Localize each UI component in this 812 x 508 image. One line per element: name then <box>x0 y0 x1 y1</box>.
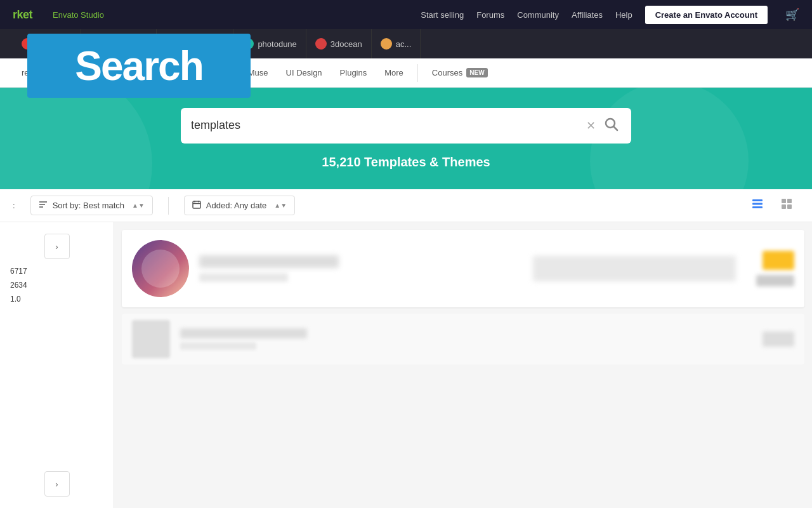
svg-rect-13 <box>787 199 792 203</box>
result-subtitle-2 <box>180 342 256 350</box>
cat-more[interactable]: More <box>376 58 412 87</box>
stat-2-count: 2634 <box>10 281 27 290</box>
sidebar-chevron-down[interactable]: › <box>44 471 70 497</box>
result-title-2 <box>180 328 307 338</box>
sidebar-stat-3: 1.0 <box>0 292 114 306</box>
svg-line-1 <box>614 127 617 130</box>
search-box-wrap: ✕ <box>181 108 631 144</box>
result-meta <box>533 256 736 281</box>
svg-rect-9 <box>752 199 763 201</box>
stat-1-count: 6717 <box>10 267 27 276</box>
sort-label: Sort by: Best match <box>53 201 124 210</box>
new-badge: NEW <box>466 68 487 77</box>
affiliates-link[interactable]: Affiliates <box>572 10 603 20</box>
date-arrows-icon: ▲▼ <box>274 202 287 209</box>
result-info <box>199 255 523 282</box>
result-thumbnail <box>132 240 189 297</box>
nav-separator <box>417 64 418 82</box>
sidebar-chevron-up[interactable]: › <box>44 234 70 259</box>
result-actions <box>756 251 794 286</box>
3docean-label: 3docean <box>331 39 362 49</box>
result-price-2 <box>763 331 794 347</box>
result-thumbnail-2 <box>132 320 170 358</box>
ac-label: ac... <box>396 39 412 49</box>
help-link[interactable]: Help <box>615 10 632 20</box>
date-dropdown[interactable]: Added: Any date ▲▼ <box>184 196 295 215</box>
search-tooltip: Search <box>27 34 251 98</box>
grid-view-icon <box>780 197 793 210</box>
result-price <box>763 251 794 270</box>
cat-uidesign[interactable]: UI Design <box>277 58 331 87</box>
search-button[interactable] <box>601 116 621 135</box>
sidebar-stat-1: 6717 <box>0 264 114 278</box>
marketplace-ac[interactable]: ac... <box>372 29 421 58</box>
search-icon <box>603 116 619 131</box>
logo[interactable]: rket <box>13 8 32 22</box>
svg-rect-15 <box>787 204 792 209</box>
clear-search-button[interactable]: ✕ <box>581 119 601 133</box>
studio-link[interactable]: Envato Studio <box>53 10 104 20</box>
list-view-button[interactable] <box>745 194 770 217</box>
photodune-label: photodune <box>258 39 296 49</box>
result-item[interactable] <box>122 230 804 307</box>
sidebar-stat-2: 2634 <box>0 278 114 292</box>
sort-dropdown[interactable]: Sort by: Best match ▲▼ <box>30 196 153 215</box>
community-link[interactable]: Community <box>517 10 559 20</box>
svg-rect-5 <box>193 201 200 208</box>
result-rating <box>756 275 794 286</box>
result-item-2[interactable] <box>122 314 804 364</box>
top-nav: rket Envato Studio Start selling Forums … <box>0 0 812 29</box>
sidebar: › 6717 2634 1.0 › <box>0 222 114 508</box>
marketplace-3docean[interactable]: 3docean <box>306 29 372 58</box>
result-title <box>199 255 339 268</box>
sort-icon <box>39 200 48 211</box>
toolbar: : Sort by: Best match ▲▼ Added: Any date… <box>0 189 812 222</box>
view-toggles <box>745 194 799 217</box>
calendar-svg-icon <box>192 200 201 209</box>
filters-label: : <box>13 201 15 210</box>
grid-view-button[interactable] <box>774 194 799 217</box>
result-subtitle <box>199 273 288 282</box>
forums-link[interactable]: Forums <box>476 10 504 20</box>
stat-3-count: 1.0 <box>10 295 21 304</box>
create-account-button[interactable]: Create an Envato Account <box>645 6 768 24</box>
ac-icon <box>381 38 392 50</box>
search-input[interactable] <box>191 119 581 132</box>
3docean-icon <box>315 38 327 50</box>
cat-courses[interactable]: Courses NEW <box>423 58 497 87</box>
list-view-icon <box>751 197 764 210</box>
svg-rect-10 <box>752 203 763 205</box>
cart-icon[interactable]: 🛒 <box>785 8 799 22</box>
svg-rect-11 <box>752 206 763 208</box>
result-info-2 <box>180 328 752 350</box>
result-count: 15,210 Templates & Themes <box>322 155 490 170</box>
courses-label: Courses <box>432 68 462 77</box>
search-tooltip-text: Search <box>75 43 202 90</box>
date-label: Added: Any date <box>206 201 266 210</box>
svg-point-0 <box>606 119 615 128</box>
search-hero: ✕ 15,210 Templates & Themes <box>0 88 812 189</box>
toolbar-divider <box>168 197 169 215</box>
start-selling-link[interactable]: Start selling <box>421 10 464 20</box>
results-list <box>114 222 812 508</box>
top-nav-links: Start selling Forums Community Affiliate… <box>421 6 799 24</box>
cat-plugins[interactable]: Plugins <box>331 58 376 87</box>
sort-arrows-icon: ▲▼ <box>132 202 145 209</box>
svg-rect-12 <box>782 199 786 203</box>
svg-rect-14 <box>782 204 786 209</box>
calendar-icon <box>192 200 201 211</box>
sort-lines-icon <box>39 200 48 209</box>
thumb-inner <box>141 250 180 288</box>
content-area: › 6717 2634 1.0 › <box>0 222 812 508</box>
